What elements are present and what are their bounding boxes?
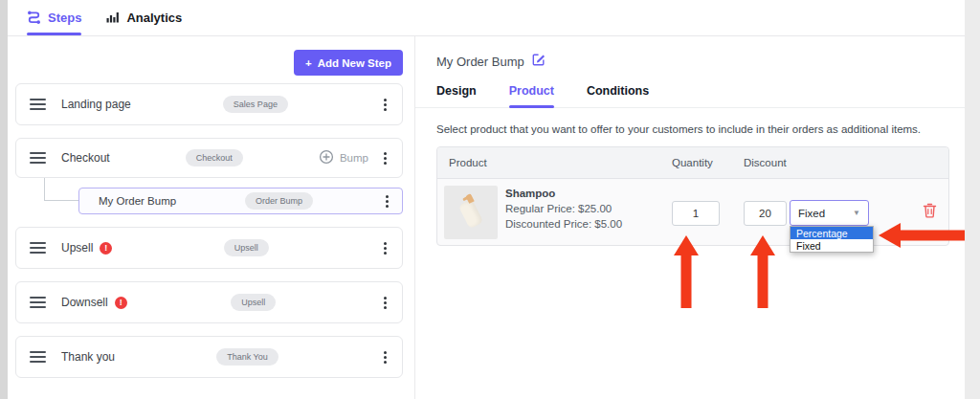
discount-input[interactable] (744, 201, 787, 226)
discount-type-dropdown: Percentage Fixed (790, 226, 874, 253)
child-connector-line (44, 178, 78, 201)
plus-icon: + (305, 57, 312, 69)
quantity-input[interactable] (672, 201, 720, 226)
funnel-builder-app: Steps Analytics + Add New Step (0, 0, 980, 399)
bar-chart-icon (106, 10, 120, 26)
column-header-product: Product (449, 157, 487, 168)
tab-steps-label: Steps (48, 11, 81, 25)
step-type-badge: Checkout (186, 149, 243, 166)
product-thumbnail (444, 186, 498, 239)
trash-icon[interactable] (923, 203, 937, 218)
discount-type-value: Fixed (798, 208, 825, 219)
dropdown-option-fixed[interactable]: Fixed (791, 239, 873, 252)
drag-handle-icon[interactable] (30, 152, 46, 164)
step-label: Downsell (61, 296, 108, 309)
tab-conditions[interactable]: Conditions (587, 84, 649, 107)
warning-icon: ! (100, 242, 112, 255)
checkout-group: Checkout Checkout Bump (15, 138, 403, 214)
column-header-discount: Discount (744, 157, 787, 168)
step-type-badge: Upsell (231, 294, 276, 311)
plus-circle-icon (319, 149, 334, 166)
tab-design[interactable]: Design (436, 84, 477, 107)
product-name: Shampoo (505, 188, 555, 199)
dropdown-option-percentage[interactable]: Percentage (791, 227, 873, 239)
step-card-order-bump[interactable]: My Order Bump Order Bump (78, 188, 403, 214)
step-label: Landing page (61, 98, 131, 111)
kebab-menu-icon[interactable] (380, 348, 390, 366)
kebab-menu-icon[interactable] (382, 192, 392, 211)
steps-panel: + Add New Step Landing page Sales Page C… (8, 36, 414, 399)
product-table: Product Quantity Discount Shampoo Regula… (436, 146, 949, 246)
order-bump-panel: My Order Bump Design Product Conditions … (414, 36, 965, 399)
step-card-checkout[interactable]: Checkout Checkout Bump (15, 138, 403, 178)
product-description-text: Select product that you want to offer to… (436, 123, 965, 135)
product-table-header: Product Quantity Discount (437, 147, 948, 179)
right-edge-strip (965, 0, 980, 399)
tab-steps[interactable]: Steps (27, 0, 81, 35)
edit-icon[interactable] (532, 53, 546, 70)
drag-handle-icon[interactable] (30, 242, 46, 254)
topbar: Steps Analytics (8, 0, 965, 36)
product-regular-price: Regular Price: $25.00 (505, 203, 612, 214)
step-type-badge: Thank You (216, 348, 278, 366)
kebab-menu-icon[interactable] (380, 294, 390, 312)
step-type-badge: Upsell (224, 239, 269, 256)
kebab-menu-icon[interactable] (380, 149, 390, 167)
product-discounted-price: Discounted Price: $5.00 (505, 218, 622, 230)
step-card-upsell[interactable]: Upsell ! Upsell (15, 227, 403, 269)
settings-tabs: Design Product Conditions (415, 84, 965, 108)
tab-product[interactable]: Product (509, 84, 554, 107)
drag-handle-icon[interactable] (30, 297, 46, 308)
chevron-down-icon: ▼ (853, 209, 860, 217)
step-label: Checkout (61, 151, 110, 165)
step-type-badge: Order Bump (245, 192, 313, 210)
tab-analytics[interactable]: Analytics (106, 0, 182, 35)
panel-title: My Order Bump (436, 55, 524, 69)
flow-steps-icon (27, 10, 41, 27)
step-label: My Order Bump (99, 195, 176, 207)
drag-handle-icon[interactable] (30, 99, 46, 110)
warning-icon: ! (115, 297, 127, 309)
step-label: Thank you (61, 350, 115, 364)
step-type-badge: Sales Page (223, 96, 288, 113)
add-bump-button[interactable]: Bump (319, 149, 368, 166)
step-label: Upsell (61, 241, 93, 255)
step-card-landing-page[interactable]: Landing page Sales Page (15, 83, 403, 125)
step-card-downsell[interactable]: Downsell ! Upsell (15, 281, 403, 323)
drag-handle-icon[interactable] (30, 351, 46, 363)
left-edge-strip (0, 0, 8, 399)
add-new-step-label: Add New Step (318, 57, 391, 69)
product-table-row: Shampoo Regular Price: $25.00 Discounted… (437, 179, 948, 246)
tab-analytics-label: Analytics (126, 11, 182, 25)
column-header-quantity: Quantity (672, 157, 713, 168)
kebab-menu-icon[interactable] (380, 96, 390, 114)
discount-type-select[interactable]: Fixed ▼ (790, 200, 869, 226)
bump-button-label: Bump (340, 152, 368, 164)
add-new-step-button[interactable]: + Add New Step (294, 50, 403, 76)
step-list: Landing page Sales Page Checkout Checkou… (15, 83, 403, 378)
step-card-thank-you[interactable]: Thank you Thank You (15, 336, 403, 378)
kebab-menu-icon[interactable] (380, 239, 390, 257)
